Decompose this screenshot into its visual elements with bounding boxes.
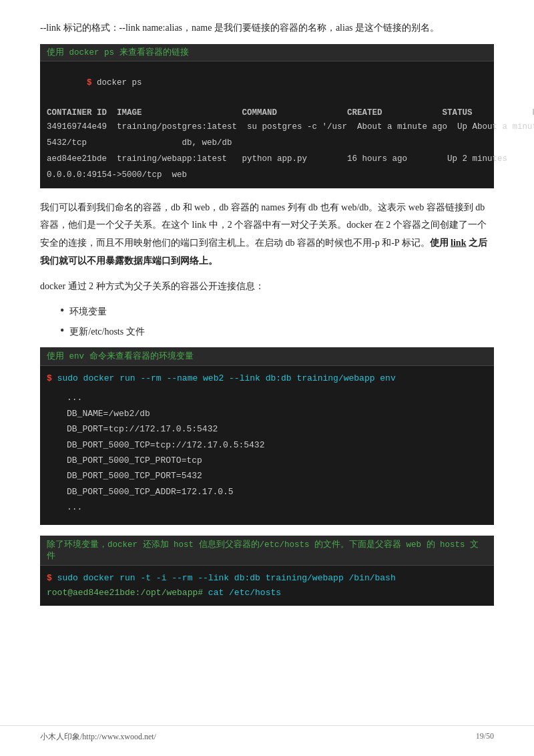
hosts-terminal: 除了环境变量，docker 还添加 host 信息到父容器的/etc/hosts… bbox=[40, 536, 494, 606]
table-header: CONTAINER ID IMAGE COMMAND CREATED STATU… bbox=[47, 104, 487, 119]
terminal-header-2: 使用 env 命令来查看容器的环境变量 bbox=[40, 347, 494, 366]
body-text-1: 我们可以看到我们命名的容器，db 和 web，db 容器的 names 列有 d… bbox=[40, 199, 494, 270]
hosts-prompt-2: root@aed84ee21bde:/opt/webapp# bbox=[47, 588, 208, 598]
table-row-2a: aed84ee21bde training/webapp:latest pyth… bbox=[47, 151, 487, 167]
table-row-2b: 0.0.0.0:49154->5000/tcp web bbox=[47, 167, 487, 183]
hosts-command-1: $ sudo docker run -t -i --rm --link db:d… bbox=[47, 571, 487, 586]
list-item-1-text: 环境变量 bbox=[69, 304, 107, 320]
list-item-2-text: 更新/etc/hosts 文件 bbox=[69, 324, 144, 340]
env-output-block: ... DB_NAME=/web2/db DB_PORT=tcp://172.1… bbox=[47, 386, 487, 519]
env-terminal: 使用 env 命令来查看容器的环境变量 $ sudo docker run --… bbox=[40, 347, 494, 524]
hosts-prompt-1: $ bbox=[47, 573, 57, 583]
hosts-command-1-text: sudo docker run -t -i --rm --link db:db … bbox=[57, 573, 396, 583]
docker-ps-body: $ docker ps CONTAINER ID IMAGE COMMAND C… bbox=[40, 61, 494, 188]
list-item-2: • 更新/etc/hosts 文件 bbox=[60, 324, 494, 340]
env-prompt: $ bbox=[47, 373, 57, 383]
env-line-1: DB_NAME=/web2/db bbox=[67, 406, 467, 421]
section1-header-text: 使用 docker ps 来查看容器的链接 bbox=[47, 48, 189, 57]
hosts-command-2: root@aed84ee21bde:/opt/webapp# cat /etc/… bbox=[47, 586, 487, 600]
table-row-1b: 5432/tcp db, web/db bbox=[47, 135, 487, 151]
hosts-terminal-body: $ sudo docker run -t -i --rm --link db:d… bbox=[40, 566, 494, 606]
docker-ps-command: docker ps bbox=[97, 78, 142, 87]
body-text-2: docker 通过 2 种方式为父子关系的容器公开连接信息： bbox=[40, 278, 494, 296]
list-item-1: • 环境变量 bbox=[60, 304, 494, 320]
terminal-header-3: 除了环境变量，docker 还添加 host 信息到父容器的/etc/hosts… bbox=[40, 536, 494, 566]
bullet-1: • bbox=[60, 304, 64, 319]
env-command-text: sudo docker run --rm --name web2 --link … bbox=[57, 373, 396, 383]
env-command-line: $ sudo docker run --rm --name web2 --lin… bbox=[47, 371, 487, 386]
page-footer: 小木人印象/http://www.xwood.net/ 19/50 bbox=[0, 725, 534, 743]
connection-methods-list: • 环境变量 • 更新/etc/hosts 文件 bbox=[60, 304, 494, 340]
env-line-2: DB_PORT=tcp://172.17.0.5:5432 bbox=[67, 421, 467, 437]
env-line-4: DB_PORT_5000_TCP_PROTO=tcp bbox=[67, 453, 467, 468]
section2-header-text: 使用 env 命令来查看容器的环境变量 bbox=[47, 352, 194, 361]
docker-command-line: $ docker ps bbox=[47, 61, 487, 104]
env-line-6: DB_PORT_5000_TCP_ADDR=172.17.0.5 bbox=[67, 484, 467, 500]
env-dots-2: ... bbox=[67, 500, 467, 515]
intro-paragraph: --link 标记的格式：--link name:alias，name 是我们要… bbox=[40, 20, 494, 36]
table-row-1a: 349169744e49 training/postgres:latest su… bbox=[47, 119, 487, 135]
section3-header-text: 除了环境变量，docker 还添加 host 信息到父容器的/etc/hosts… bbox=[47, 540, 479, 561]
bold-statement: 使用 link 之后我们就可以不用暴露数据库端口到网络上。 bbox=[40, 238, 487, 266]
footer-right: 19/50 bbox=[476, 731, 494, 743]
env-line-3: DB_PORT_5000_TCP=tcp://172.17.0.5:5432 bbox=[67, 437, 467, 453]
footer-left: 小木人印象/http://www.xwood.net/ bbox=[40, 731, 156, 743]
env-dots-1: ... bbox=[67, 390, 467, 405]
env-line-5: DB_PORT_5000_TCP_PORT=5432 bbox=[67, 468, 467, 484]
prompt-dollar: $ bbox=[87, 78, 97, 87]
terminal-header-1: 使用 docker ps 来查看容器的链接 bbox=[40, 44, 494, 61]
bullet-2: • bbox=[60, 324, 64, 339]
docker-ps-terminal: 使用 docker ps 来查看容器的链接 $ docker ps CONTAI… bbox=[40, 44, 494, 188]
hosts-command-2-text: cat /etc/hosts bbox=[208, 588, 281, 598]
env-terminal-body: $ sudo docker run --rm --name web2 --lin… bbox=[40, 366, 494, 524]
